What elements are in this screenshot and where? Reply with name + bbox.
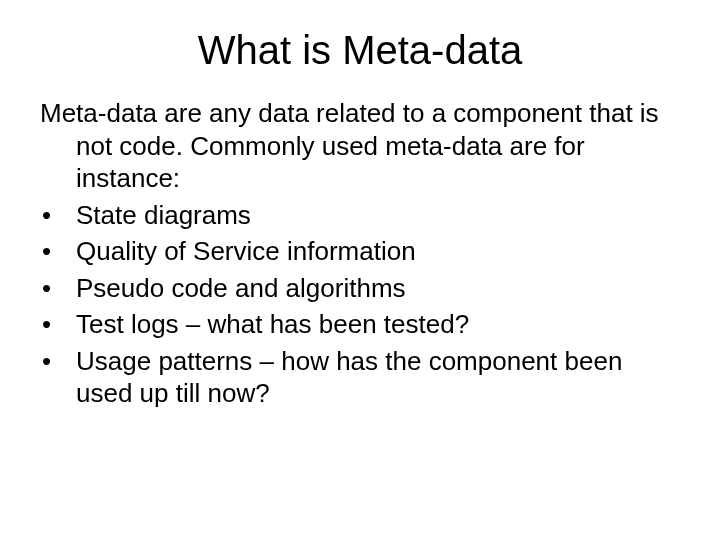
bullet-icon: •: [40, 345, 76, 410]
bullet-icon: •: [40, 199, 76, 232]
list-item: • Test logs – what has been tested?: [40, 308, 680, 341]
list-item: • State diagrams: [40, 199, 680, 232]
slide-title: What is Meta-data: [40, 28, 680, 73]
list-item: • Usage patterns – how has the component…: [40, 345, 680, 410]
intro-paragraph: Meta-data are any data related to a comp…: [40, 97, 680, 195]
bullet-icon: •: [40, 235, 76, 268]
list-item: • Pseudo code and algorithms: [40, 272, 680, 305]
bullet-icon: •: [40, 308, 76, 341]
bullet-icon: •: [40, 272, 76, 305]
list-item-label: Quality of Service information: [76, 235, 680, 268]
list-item-label: Usage patterns – how has the component b…: [76, 345, 680, 410]
list-item-label: State diagrams: [76, 199, 680, 232]
list-item-label: Pseudo code and algorithms: [76, 272, 680, 305]
list-item: • Quality of Service information: [40, 235, 680, 268]
list-item-label: Test logs – what has been tested?: [76, 308, 680, 341]
